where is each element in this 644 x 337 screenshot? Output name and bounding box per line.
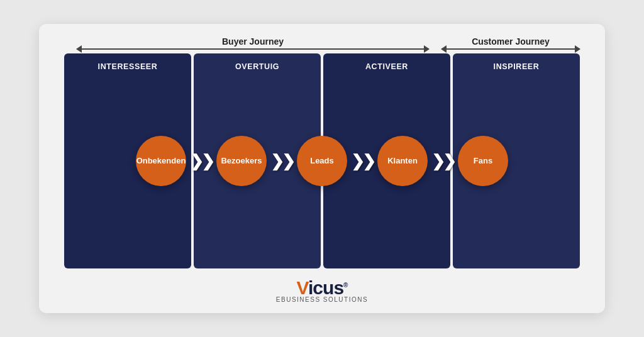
journey-arrows-area: Buyer Journey Customer Journey [64,36,580,50]
col-header-overtuig: OVERTUIG [194,53,321,77]
col-header-inspireer: INSPIREER [453,53,580,77]
column-interesseer: INTERESSEER [64,53,191,268]
buyer-journey-arrow [77,48,429,50]
customer-journey-arrow [441,48,580,50]
customer-journey-section: Customer Journey [441,36,580,50]
customer-journey-label: Customer Journey [472,36,550,47]
column-inspireer: INSPIREER [453,53,580,268]
footer: Vicus® eBusiness Solutions [276,277,368,303]
logo-v: V [297,277,308,298]
logo-brand: Vicus® [297,277,348,299]
col-header-activeer: ACTIVEER [323,53,450,77]
main-card: Buyer Journey Customer Journey INTERESSE… [39,24,605,313]
diagram-container: INTERESSEER OVERTUIG ACTIVEER INSPIREER … [64,53,580,268]
buyer-journey-section: Buyer Journey [77,36,429,50]
logo-rest: icus [308,277,343,298]
column-overtuig: OVERTUIG [194,53,321,268]
registered-symbol: ® [343,282,347,289]
column-activeer: ACTIVEER [323,53,450,268]
col-header-interesseer: INTERESSEER [64,53,191,77]
buyer-journey-label: Buyer Journey [222,36,284,47]
logo-subtitle: eBusiness Solutions [276,296,368,303]
